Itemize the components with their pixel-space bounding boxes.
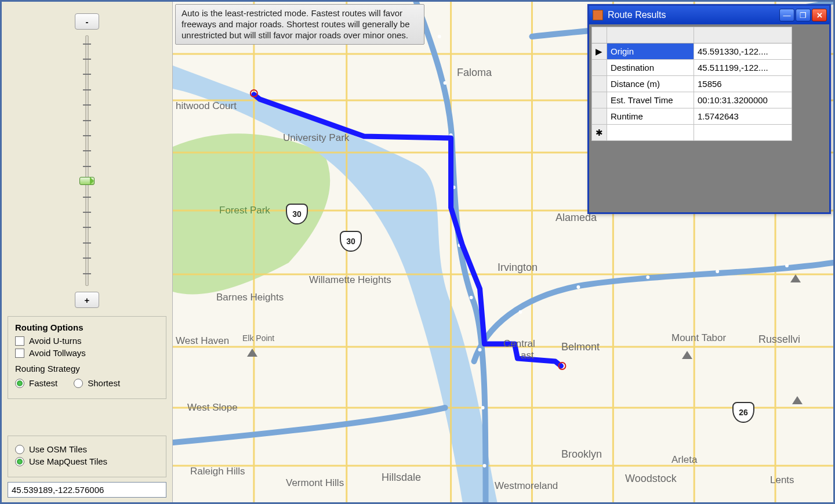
routing-options-title: Routing Options: [15, 322, 159, 332]
mode-description-tooltip: Auto is the least-restricted mode. Faste…: [175, 4, 424, 45]
radio-icon: [74, 379, 83, 388]
peak-icon: [682, 351, 692, 359]
strategy-fastest-radio[interactable]: Fastest: [15, 378, 57, 388]
grid-row-distance[interactable]: Distance (m) 15856: [592, 76, 792, 92]
radio-icon: [15, 445, 24, 454]
grid-val: 15856: [694, 76, 792, 92]
tile-source-group: Use OSM Tiles Use MapQuest Tiles: [8, 436, 166, 477]
grid-val: 45.511199,-122....: [694, 60, 792, 76]
grid-row-runtime[interactable]: Runtime 1.5742643: [592, 108, 792, 125]
routing-options-group: Routing Options Avoid U-turns Avoid Toll…: [8, 316, 166, 399]
zoom-out-button[interactable]: -: [75, 13, 99, 30]
grid-key: Est. Travel Time: [607, 92, 694, 108]
svg-point-23: [481, 406, 485, 409]
peak-icon: [792, 396, 803, 404]
svg-point-22: [478, 348, 482, 351]
route-results-window[interactable]: Route Results — ❐ ✕ ▶ Origin 45.591330,-…: [587, 4, 831, 214]
route-results-body: ▶ Origin 45.591330,-122.... Destination …: [589, 24, 829, 212]
avoid-tollways-checkbox[interactable]: Avoid Tollways: [15, 348, 159, 358]
grid-key: Destination: [607, 60, 694, 76]
route-results-titlebar[interactable]: Route Results — ❐ ✕: [589, 6, 829, 24]
zoom-thumb[interactable]: [79, 177, 95, 185]
avoid-uturns-checkbox[interactable]: Avoid U-turns: [15, 336, 159, 346]
zoom-in-button[interactable]: +: [75, 292, 99, 308]
grid-row-new[interactable]: ✱: [592, 125, 792, 141]
peak-icon: [790, 274, 801, 282]
svg-point-28: [576, 285, 580, 289]
strategy-shortest-radio[interactable]: Shortest: [74, 378, 120, 388]
svg-point-16: [438, 35, 441, 38]
routing-strategy-label: Routing Strategy: [15, 364, 159, 374]
new-row-icon: ✱: [592, 125, 607, 141]
svg-point-25: [785, 264, 789, 267]
strategy-shortest-label: Shortest: [88, 378, 120, 388]
close-button[interactable]: ✕: [812, 9, 827, 21]
grid-row-travel-time[interactable]: Est. Travel Time 00:10:31.3200000: [592, 92, 792, 108]
coordinates-input[interactable]: [8, 482, 166, 498]
grid-key: Runtime: [607, 108, 694, 125]
route-results-title: Route Results: [608, 10, 775, 20]
grid-val: 45.591330,-122....: [694, 43, 792, 60]
svg-point-27: [646, 275, 649, 279]
checkbox-icon: [15, 349, 24, 358]
use-mapquest-tiles-label: Use MapQuest Tiles: [29, 456, 107, 466]
left-panel: -: [2, 2, 173, 502]
zoom-slider-area: -: [8, 8, 166, 309]
svg-point-26: [716, 270, 719, 273]
maximize-button[interactable]: ❐: [796, 9, 811, 21]
checkbox-icon: [15, 336, 24, 346]
use-mapquest-tiles-radio[interactable]: Use MapQuest Tiles: [15, 456, 159, 466]
strategy-fastest-label: Fastest: [29, 378, 57, 388]
svg-point-29: [518, 310, 522, 314]
zoom-slider[interactable]: [75, 33, 99, 288]
grid-val: 1.5742643: [694, 108, 792, 125]
map-canvas[interactable]: Faloma hitwood Court University Park For…: [173, 2, 833, 502]
route-results-grid[interactable]: ▶ Origin 45.591330,-122.... Destination …: [591, 27, 792, 141]
svg-point-17: [444, 81, 447, 85]
minimize-button[interactable]: —: [779, 9, 794, 21]
grid-row-destination[interactable]: Destination 45.511199,-122....: [592, 60, 792, 76]
avoid-tollways-label: Avoid Tollways: [29, 348, 86, 358]
use-osm-tiles-radio[interactable]: Use OSM Tiles: [15, 444, 159, 454]
peak-icon: [247, 349, 257, 357]
app-icon: [593, 10, 603, 20]
radio-icon: [15, 457, 24, 466]
radio-icon: [15, 379, 24, 388]
use-osm-tiles-label: Use OSM Tiles: [29, 444, 87, 454]
avoid-uturns-label: Avoid U-turns: [29, 336, 82, 346]
grid-row-origin[interactable]: ▶ Origin 45.591330,-122....: [592, 43, 792, 60]
grid-key: Origin: [607, 43, 694, 60]
grid-val: 00:10:31.3200000: [694, 92, 792, 108]
svg-point-21: [470, 296, 473, 299]
grid-key: Distance (m): [607, 76, 694, 92]
svg-point-24: [483, 464, 487, 467]
